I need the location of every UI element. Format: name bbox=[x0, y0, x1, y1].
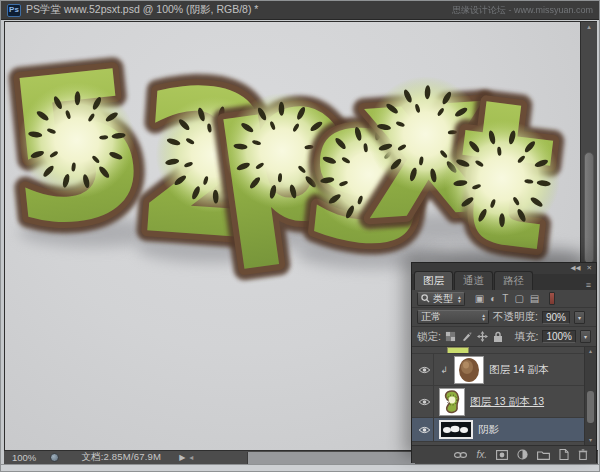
filter-type-layers-icon[interactable]: T bbox=[502, 293, 508, 304]
photoshop-app-icon: Ps bbox=[7, 4, 21, 17]
new-layer-icon[interactable] bbox=[559, 449, 569, 460]
layer-row[interactable]: 图层 13 副本 13 bbox=[412, 386, 596, 418]
lock-position-move-icon[interactable] bbox=[477, 331, 488, 342]
layer-name[interactable]: 图层 13 副本 13 bbox=[470, 395, 544, 409]
tab-channels[interactable]: 通道 bbox=[454, 271, 493, 290]
scroll-up-icon[interactable]: ▴ bbox=[585, 347, 596, 356]
lock-label: 锁定: bbox=[417, 330, 441, 344]
filter-kind-select[interactable]: 类型 ▴▾ bbox=[417, 292, 465, 306]
layer-name[interactable]: 图层 14 副本 bbox=[489, 363, 549, 377]
zoom-level-field[interactable]: 100% bbox=[12, 452, 36, 463]
select-arrows-icon: ▴▾ bbox=[482, 313, 485, 321]
layer-row-selected[interactable]: 阴影 bbox=[412, 418, 596, 442]
title-bar[interactable]: Ps PS学堂 www.52psxt.psd @ 100% (阴影, RGB/8… bbox=[1, 1, 600, 20]
status-tick-icon: ◂ bbox=[189, 453, 193, 462]
layer-thumbnail[interactable] bbox=[439, 388, 465, 416]
layers-list-scrollbar[interactable]: ▴ ▾ bbox=[584, 347, 596, 445]
visibility-eye-icon[interactable] bbox=[416, 354, 434, 385]
status-menu-arrow-icon[interactable]: ▶ bbox=[179, 453, 185, 462]
lock-icons bbox=[445, 331, 503, 343]
watermark-text: 思缘设计论坛 - www.missyuan.com bbox=[452, 4, 593, 17]
vertical-scrollbar-thumb[interactable] bbox=[584, 152, 594, 264]
visibility-eye-icon[interactable] bbox=[416, 418, 434, 441]
filter-kind-label: 类型 bbox=[433, 292, 453, 306]
layer-filter-row: 类型 ▴▾ ▣ ◐ T ▢ ▤ bbox=[412, 290, 596, 308]
layer-thumbnail[interactable] bbox=[454, 356, 484, 384]
tab-paths[interactable]: 路径 bbox=[494, 271, 533, 290]
delete-layer-trash-icon[interactable] bbox=[578, 449, 588, 460]
visibility-eye-icon[interactable] bbox=[416, 386, 434, 417]
scroll-up-icon[interactable]: ▴ bbox=[581, 22, 597, 32]
lock-all-padlock-icon[interactable] bbox=[493, 331, 503, 343]
lock-row: 锁定: 填充: 100% ▾ bbox=[412, 327, 596, 347]
canvas-vertical-scrollbar[interactable]: ▴ bbox=[580, 21, 597, 263]
clipping-mask-arrow-icon: ↲ bbox=[439, 365, 449, 375]
fill-label: 填充: bbox=[515, 330, 539, 344]
layer-style-fx-icon[interactable]: fx. bbox=[476, 449, 487, 460]
lock-pixels-brush-icon[interactable] bbox=[461, 331, 472, 342]
filter-shape-layers-icon[interactable]: ▢ bbox=[514, 293, 523, 304]
filter-on-off-toggle[interactable] bbox=[549, 292, 555, 305]
panel-collapse-icon[interactable]: ◀◀ bbox=[571, 265, 581, 272]
partial-layer-thumbnail bbox=[447, 347, 469, 353]
new-adjustment-layer-icon[interactable] bbox=[517, 449, 528, 460]
tab-layers[interactable]: 图层 bbox=[414, 271, 453, 290]
new-group-folder-icon[interactable] bbox=[537, 450, 550, 460]
select-arrows-icon: ▴▾ bbox=[458, 295, 461, 303]
document-title: PS学堂 www.52psxt.psd @ 100% (阴影, RGB/8) * bbox=[26, 3, 258, 17]
opacity-value-field[interactable]: 90% bbox=[542, 311, 570, 324]
fill-dropdown-icon[interactable]: ▾ bbox=[580, 330, 591, 343]
document-size-info: 文档:2.85M/67.9M bbox=[81, 451, 161, 464]
opacity-label: 不透明度: bbox=[493, 310, 538, 324]
photoshop-document-window: Ps PS学堂 www.52psxt.psd @ 100% (阴影, RGB/8… bbox=[0, 0, 600, 472]
blend-mode-value: 正常 bbox=[421, 310, 441, 324]
layer-row-partial[interactable] bbox=[412, 347, 596, 354]
layers-scrollbar-thumb[interactable] bbox=[587, 391, 594, 423]
lock-transparency-icon[interactable] bbox=[445, 331, 456, 342]
add-layer-mask-icon[interactable] bbox=[496, 450, 508, 460]
link-layers-icon[interactable] bbox=[454, 451, 467, 459]
blend-mode-select[interactable]: 正常 ▴▾ bbox=[417, 310, 489, 324]
filter-pixel-layers-icon[interactable]: ▣ bbox=[475, 293, 484, 304]
blend-mode-row: 正常 ▴▾ 不透明度: 90% ▾ bbox=[412, 308, 596, 327]
layers-list: ↲ 图层 14 副本 bbox=[412, 347, 596, 445]
panel-tabs: 图层 通道 路径 ≡ bbox=[412, 274, 596, 290]
scroll-down-icon[interactable]: ▾ bbox=[585, 436, 596, 445]
layers-panel-bottom-bar: fx. bbox=[412, 445, 596, 463]
layers-panel: ◀◀ ✕ 图层 通道 路径 ≡ 类型 ▴▾ ▣ ◐ T ▢ ▤ bbox=[411, 262, 597, 463]
filter-adjustment-layers-icon[interactable]: ◐ bbox=[490, 293, 496, 304]
panel-close-icon[interactable]: ✕ bbox=[587, 265, 592, 272]
opacity-dropdown-icon[interactable]: ▾ bbox=[574, 311, 585, 324]
layer-row[interactable]: ↲ 图层 14 副本 bbox=[412, 354, 596, 386]
fill-value-field[interactable]: 100% bbox=[542, 330, 576, 343]
layer-thumbnail[interactable] bbox=[439, 420, 473, 439]
status-bar-right-segment bbox=[247, 452, 415, 464]
window-bottom-edge bbox=[1, 464, 600, 472]
filter-type-icons: ▣ ◐ T ▢ ▤ bbox=[475, 293, 540, 304]
search-icon bbox=[421, 294, 430, 303]
status-badge-icon bbox=[50, 453, 59, 462]
layer-name[interactable]: 阴影 bbox=[478, 423, 499, 437]
filter-smart-object-icon[interactable]: ▤ bbox=[530, 293, 539, 304]
panel-menu-icon[interactable]: ≡ bbox=[586, 280, 596, 290]
